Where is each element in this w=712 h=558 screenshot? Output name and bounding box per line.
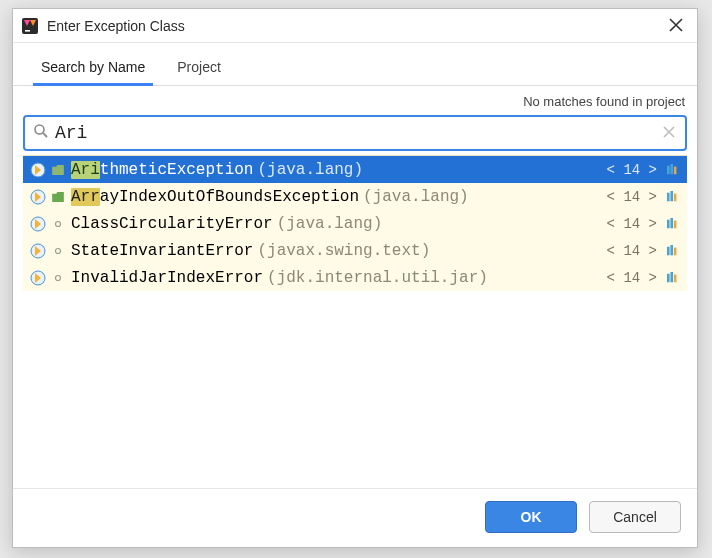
exception-class-icon <box>29 161 47 179</box>
exception-class-dialog: Enter Exception Class Search by Name Pro… <box>12 8 698 548</box>
intellij-icon <box>21 17 39 35</box>
svg-point-23 <box>56 275 61 280</box>
jdk-badge: < 14 > <box>607 216 657 232</box>
circle-icon <box>51 217 65 231</box>
svg-rect-10 <box>670 191 673 201</box>
result-class-name: StateInvariantError <box>71 242 253 260</box>
match-highlight: Ari <box>71 161 100 179</box>
svg-rect-5 <box>667 165 670 174</box>
library-icon <box>665 271 681 285</box>
svg-point-2 <box>35 125 44 134</box>
svg-line-3 <box>43 133 47 137</box>
svg-rect-26 <box>674 274 677 282</box>
cancel-button[interactable]: Cancel <box>589 501 681 533</box>
match-highlight: Arr <box>71 188 100 206</box>
jdk-badge: < 14 > <box>607 162 657 178</box>
result-package: (java.lang) <box>363 188 469 206</box>
exception-class-icon <box>29 215 47 233</box>
tab-search-by-name[interactable]: Search by Name <box>39 53 147 85</box>
library-icon <box>665 217 681 231</box>
library-icon <box>665 244 681 258</box>
folder-icon <box>51 163 65 177</box>
jdk-badge: < 14 > <box>607 270 657 286</box>
results-list: ArithmeticException (java.lang)< 14 >Arr… <box>23 155 687 291</box>
result-package: (java.lang) <box>277 215 383 233</box>
tab-project[interactable]: Project <box>175 53 223 85</box>
dialog-buttons: OK Cancel <box>13 488 697 547</box>
result-package: (java.lang) <box>257 161 363 179</box>
results-empty-area <box>23 291 687 488</box>
circle-icon <box>51 271 65 285</box>
svg-rect-11 <box>674 193 677 201</box>
ok-button[interactable]: OK <box>485 501 577 533</box>
result-item[interactable]: StateInvariantError (javax.swing.text)< … <box>23 237 687 264</box>
svg-rect-1 <box>25 30 30 32</box>
library-icon <box>665 190 681 204</box>
search-input[interactable] <box>55 123 275 143</box>
svg-rect-6 <box>670 164 673 174</box>
exception-class-icon <box>29 242 47 260</box>
svg-point-13 <box>56 221 61 226</box>
svg-rect-20 <box>670 245 673 255</box>
exception-class-icon <box>29 188 47 206</box>
svg-rect-9 <box>667 192 670 201</box>
result-class-name: ClassCircularityError <box>71 215 273 233</box>
svg-rect-24 <box>667 273 670 282</box>
result-item[interactable]: ArrayIndexOutOfBoundsException (java.lan… <box>23 183 687 210</box>
svg-point-18 <box>56 248 61 253</box>
clear-search-icon[interactable] <box>659 124 679 142</box>
result-item[interactable]: InvalidJarIndexError (jdk.internal.util.… <box>23 264 687 291</box>
jdk-badge: < 14 > <box>607 243 657 259</box>
result-item[interactable]: ClassCircularityError (java.lang)< 14 > <box>23 210 687 237</box>
svg-rect-25 <box>670 272 673 282</box>
exception-class-icon <box>29 269 47 287</box>
svg-rect-7 <box>674 166 677 174</box>
svg-rect-15 <box>670 218 673 228</box>
svg-rect-21 <box>674 247 677 255</box>
no-matches-label: No matches found in project <box>13 86 697 113</box>
svg-rect-19 <box>667 246 670 255</box>
result-package: (javax.swing.text) <box>257 242 430 260</box>
library-icon <box>665 163 681 177</box>
tabs: Search by Name Project <box>13 43 697 86</box>
folder-icon <box>51 190 65 204</box>
dialog-title: Enter Exception Class <box>47 18 185 34</box>
result-package: (jdk.internal.util.jar) <box>267 269 488 287</box>
search-icon <box>33 123 49 143</box>
result-class-name: InvalidJarIndexError <box>71 269 263 287</box>
titlebar: Enter Exception Class <box>13 9 697 43</box>
search-field-wrapper[interactable] <box>23 115 687 151</box>
circle-icon <box>51 244 65 258</box>
result-class-name: ArrayIndexOutOfBoundsException <box>71 188 359 206</box>
svg-rect-16 <box>674 220 677 228</box>
result-item[interactable]: ArithmeticException (java.lang)< 14 > <box>23 156 687 183</box>
jdk-badge: < 14 > <box>607 189 657 205</box>
svg-rect-14 <box>667 219 670 228</box>
result-class-name: ArithmeticException <box>71 161 253 179</box>
close-icon[interactable] <box>663 15 689 37</box>
